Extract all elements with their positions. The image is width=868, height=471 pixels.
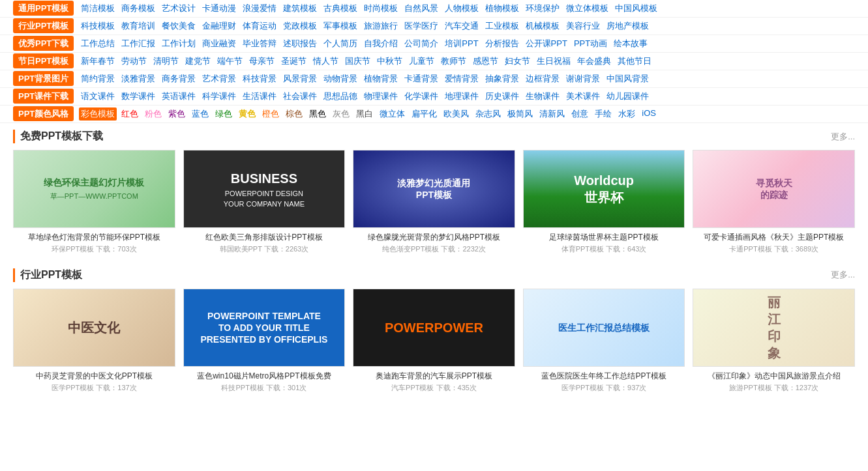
nav-link-1-3[interactable]: 金融理财	[200, 20, 238, 33]
nav-label-5[interactable]: PPT课件下载	[13, 89, 74, 104]
nav-link-1-13[interactable]: 房地产模板	[605, 20, 651, 33]
template-item-t4[interactable]: Worldcup世界杯足球绿茵场世界杯主题PPT模板体育PPT模板 下载：643…	[523, 150, 685, 255]
nav-link-0-12[interactable]: 微立体模板	[564, 2, 610, 15]
nav-label-4[interactable]: PPT背景图片	[13, 71, 74, 86]
nav-link-6-12[interactable]: 微立体	[378, 107, 407, 121]
nav-link-3-13[interactable]: 妇女节	[503, 55, 532, 68]
nav-link-2-2[interactable]: 工作计划	[160, 37, 198, 50]
nav-link-5-13[interactable]: 幼儿园课件	[605, 90, 651, 103]
nav-link-0-4[interactable]: 浪漫爱情	[241, 2, 278, 15]
template-item-t3[interactable]: 淡雅梦幻光质通用PPT模板绿色朦胧光斑背景的梦幻风格PPT模板纯色渐变PPT模板…	[353, 150, 515, 255]
nav-label-2[interactable]: 优秀PPT下载	[13, 36, 74, 51]
nav-link-2-6[interactable]: 个人简历	[322, 37, 359, 50]
nav-link-6-10[interactable]: 灰色	[331, 107, 352, 121]
nav-link-5-7[interactable]: 物理课件	[362, 90, 400, 103]
template-item-t2[interactable]: BUSINESSPOWERPOINT DESIGNYOUR COMPANY NA…	[183, 150, 346, 255]
template-item-i3[interactable]: POWERPOWER奥迪跑车背景的汽车展示PPT模板汽车PPT模板 下载：435…	[353, 289, 515, 394]
template-item-t5[interactable]: 寻觅秋天的踪迹可爱卡通插画风格《秋天》主题PPT模板卡通PPT模板 下载：368…	[693, 150, 855, 255]
nav-link-0-7[interactable]: 时尚模板	[362, 2, 400, 15]
nav-link-2-4[interactable]: 毕业答辩	[241, 37, 278, 50]
nav-link-4-4[interactable]: 科技背景	[241, 72, 278, 85]
nav-link-0-2[interactable]: 艺术设计	[160, 2, 198, 15]
nav-link-1-5[interactable]: 党政模板	[281, 20, 319, 33]
nav-link-6-19[interactable]: 手绘	[593, 107, 614, 121]
nav-link-5-2[interactable]: 英语课件	[160, 90, 198, 103]
nav-link-6-4[interactable]: 蓝色	[190, 107, 211, 121]
template-item-t1[interactable]: 绿色环保主题幻灯片模板草—PPT—WWW.PPTCOM草地绿色灯泡背景的节能环保…	[13, 150, 175, 255]
nav-link-6-3[interactable]: 紫色	[166, 107, 187, 121]
nav-link-2-8[interactable]: 公司简介	[402, 37, 440, 50]
nav-link-6-9[interactable]: 黑色	[307, 107, 328, 121]
nav-link-5-5[interactable]: 社会课件	[281, 90, 319, 103]
nav-link-3-1[interactable]: 劳动节	[119, 55, 149, 68]
nav-link-2-7[interactable]: 自我介绍	[362, 37, 400, 50]
nav-link-2-11[interactable]: 公开课PPT	[524, 37, 569, 50]
nav-link-4-9[interactable]: 爱情背景	[443, 72, 481, 85]
nav-link-2-10[interactable]: 分析报告	[483, 37, 521, 50]
nav-link-6-2[interactable]: 粉色	[143, 107, 164, 121]
nav-link-1-4[interactable]: 体育运动	[241, 20, 278, 33]
nav-link-5-3[interactable]: 科学课件	[200, 90, 238, 103]
nav-link-6-1[interactable]: 红色	[119, 107, 140, 121]
nav-link-3-0[interactable]: 新年春节	[79, 55, 117, 68]
nav-link-0-3[interactable]: 卡通动漫	[200, 2, 238, 15]
nav-link-4-1[interactable]: 淡雅背景	[119, 72, 157, 85]
nav-link-0-1[interactable]: 商务模板	[119, 2, 157, 15]
nav-link-3-12[interactable]: 感恩节	[471, 55, 500, 68]
template-item-i1[interactable]: 中医文化中药灵芝背景的中医文化PPT模板医学PPT模板 下载：137次	[13, 289, 175, 394]
nav-link-5-9[interactable]: 地理课件	[443, 90, 481, 103]
nav-link-3-9[interactable]: 中秋节	[375, 55, 404, 68]
nav-link-1-1[interactable]: 教育培训	[119, 20, 157, 33]
nav-link-3-11[interactable]: 教师节	[439, 55, 468, 68]
nav-link-1-0[interactable]: 科技模板	[79, 20, 117, 33]
nav-link-3-6[interactable]: 圣诞节	[279, 55, 308, 68]
nav-link-5-8[interactable]: 化学课件	[402, 90, 440, 103]
nav-link-4-5[interactable]: 风景背景	[281, 72, 319, 85]
nav-label-6[interactable]: PPT颜色风格	[13, 106, 74, 121]
nav-link-6-13[interactable]: 扁平化	[410, 107, 439, 121]
nav-link-3-2[interactable]: 清明节	[151, 55, 181, 68]
nav-label-1[interactable]: 行业PPT模板	[13, 18, 74, 33]
nav-link-6-8[interactable]: 棕色	[284, 107, 305, 121]
nav-link-3-10[interactable]: 儿童节	[407, 55, 436, 68]
nav-link-4-10[interactable]: 抽象背景	[483, 72, 521, 85]
nav-link-5-11[interactable]: 生物课件	[524, 90, 561, 103]
nav-link-4-6[interactable]: 动物背景	[322, 72, 359, 85]
nav-link-4-8[interactable]: 卡通背景	[402, 72, 440, 85]
nav-link-6-14[interactable]: 欧美风	[441, 107, 471, 121]
nav-label-3[interactable]: 节日PPT模板	[13, 53, 74, 68]
nav-link-4-0[interactable]: 简约背景	[79, 72, 117, 85]
nav-link-6-11[interactable]: 黑白	[354, 107, 375, 121]
nav-link-0-0[interactable]: 简洁模板	[79, 2, 117, 15]
nav-link-6-20[interactable]: 水彩	[616, 107, 637, 121]
nav-link-3-3[interactable]: 建党节	[183, 55, 213, 68]
nav-link-2-13[interactable]: 绘本故事	[612, 37, 650, 50]
nav-link-6-15[interactable]: 杂志风	[473, 107, 503, 121]
nav-link-1-6[interactable]: 军事模板	[322, 20, 359, 33]
nav-link-3-16[interactable]: 其他节日	[616, 55, 653, 68]
nav-link-0-9[interactable]: 人物模板	[443, 2, 481, 15]
nav-link-3-14[interactable]: 生日祝福	[535, 55, 573, 68]
nav-link-5-4[interactable]: 生活课件	[241, 90, 278, 103]
nav-link-0-10[interactable]: 植物模板	[483, 2, 521, 15]
nav-link-4-3[interactable]: 艺术背景	[200, 72, 238, 85]
nav-link-4-13[interactable]: 中国风背景	[605, 72, 651, 85]
nav-link-0-6[interactable]: 古典模板	[322, 2, 359, 15]
nav-link-2-12[interactable]: PPT动画	[572, 37, 609, 50]
free-more-link[interactable]: 更多...	[831, 131, 855, 143]
nav-link-2-3[interactable]: 商业融资	[200, 37, 238, 50]
nav-link-6-17[interactable]: 清新风	[537, 107, 567, 121]
nav-link-1-11[interactable]: 机械模板	[524, 20, 561, 33]
industry-more-link[interactable]: 更多...	[831, 269, 855, 281]
nav-link-4-7[interactable]: 植物背景	[362, 72, 400, 85]
nav-link-6-0[interactable]: 彩色模板	[79, 107, 117, 121]
template-item-i2[interactable]: POWERPOINT TEMPLATETO ADD YOUR TITLEPRES…	[183, 289, 346, 394]
nav-link-3-7[interactable]: 情人节	[311, 55, 340, 68]
nav-link-1-7[interactable]: 旅游旅行	[362, 20, 400, 33]
template-item-i5[interactable]: 丽江印象《丽江印象》动态中国风旅游景点介绍旅游PPT模板 下载：1237次	[693, 289, 855, 394]
nav-link-5-1[interactable]: 数学课件	[119, 90, 157, 103]
nav-link-6-5[interactable]: 绿色	[213, 107, 234, 121]
nav-link-1-10[interactable]: 工业模板	[483, 20, 521, 33]
template-item-i4[interactable]: 医生工作汇报总结模板蓝色医院医生年终工作总结PPT模板医学PPT模板 下载：93…	[523, 289, 685, 394]
nav-link-3-5[interactable]: 母亲节	[247, 55, 277, 68]
